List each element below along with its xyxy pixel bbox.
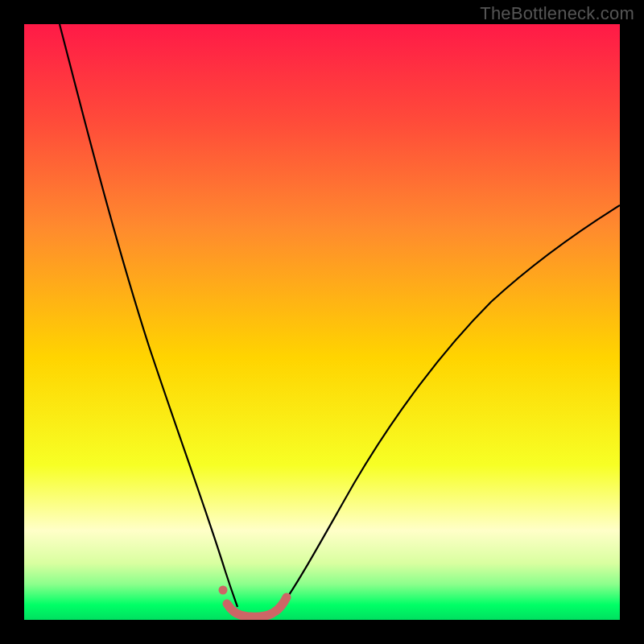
plot-area xyxy=(24,24,620,620)
svg-point-0 xyxy=(219,586,228,595)
gradient-background xyxy=(24,24,620,620)
chart-svg xyxy=(24,24,620,620)
watermark-text: TheBottleneck.com xyxy=(480,3,634,24)
chart-frame: TheBottleneck.com xyxy=(0,0,644,644)
